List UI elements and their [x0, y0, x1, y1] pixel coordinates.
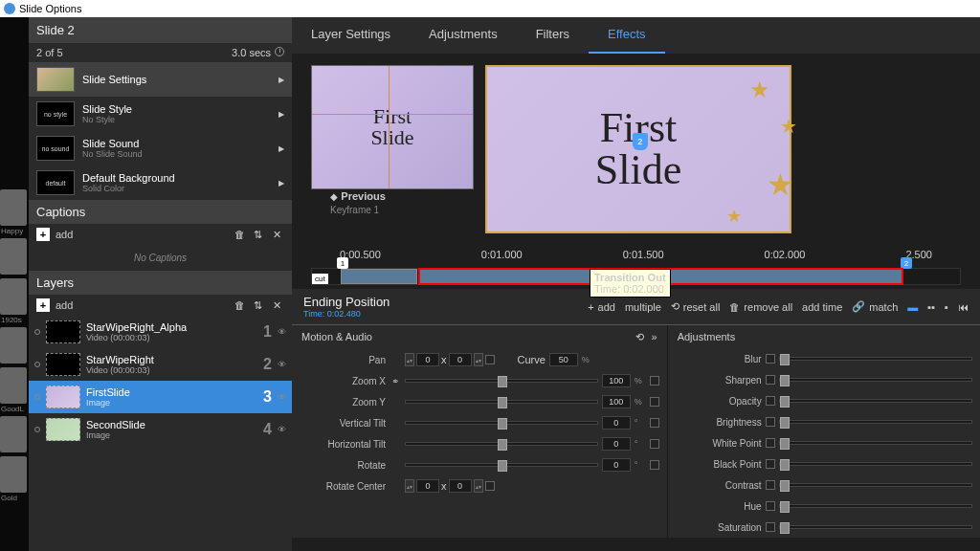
tab-filters[interactable]: Filters [517, 17, 589, 54]
checkbox[interactable] [766, 396, 775, 406]
slider[interactable] [405, 421, 598, 425]
slider[interactable] [405, 400, 598, 404]
slider[interactable] [405, 463, 598, 467]
value-input[interactable]: 100 [602, 374, 631, 387]
preview-current[interactable]: FirstSlide ★ ★ ★ ★ 2 [485, 65, 791, 233]
checkbox[interactable] [650, 418, 659, 428]
trash-icon[interactable]: 🗑 [234, 229, 246, 240]
checkbox[interactable] [650, 460, 659, 470]
visibility-icon[interactable]: 👁 [278, 425, 286, 434]
sort-icon[interactable]: ⇅ [254, 299, 265, 311]
checkbox[interactable] [766, 438, 775, 448]
value-input[interactable]: 0 [602, 416, 631, 430]
adjust-blur: Blur [668, 348, 980, 369]
adjustments-panel: Adjustments BlurSharpenOpacityBrightness… [668, 325, 980, 538]
value-input[interactable]: 0 [602, 437, 631, 451]
toolbar-add-time[interactable]: add time [802, 301, 842, 313]
slider[interactable] [779, 378, 972, 382]
slide-settings-item[interactable]: no styleSlide StyleNo Style▶ [29, 97, 292, 131]
checkbox[interactable] [766, 375, 775, 385]
refresh-icon[interactable]: ⟲ [635, 331, 644, 343]
window-titlebar: Slide Options [0, 0, 980, 17]
slider[interactable] [779, 420, 972, 424]
value-input[interactable]: 0 [602, 458, 631, 472]
visibility-icon[interactable]: 👁 [278, 327, 286, 337]
expand-icon[interactable]: » [652, 331, 657, 343]
control-pan: Pan▴▾x▴▾Curve50% [292, 349, 667, 370]
x-input[interactable] [416, 479, 439, 493]
slider[interactable] [779, 483, 972, 487]
skip-icon[interactable]: ⏮ [958, 301, 969, 313]
ending-time: Time: 0:02.480 [303, 309, 390, 319]
slide-settings-item[interactable]: Slide Settings▶ [29, 62, 292, 97]
add-caption-button[interactable]: + [36, 228, 50, 241]
adjustments-header: Adjustments [678, 331, 736, 342]
toolbar-reset-all[interactable]: ⟲ reset all [671, 300, 721, 313]
slider[interactable] [779, 525, 972, 529]
add-label: add [56, 229, 73, 240]
layer-thumb [46, 386, 80, 408]
timeline-track[interactable]: 1 2 cut Transition Out Time: 0:02.000 [311, 268, 961, 285]
checkbox[interactable] [766, 501, 775, 511]
checkbox[interactable] [650, 397, 659, 407]
slide-settings-item[interactable]: no soundSlide SoundNo Slide Sound▶ [29, 131, 292, 165]
sort-icon[interactable]: ⇅ [254, 229, 265, 240]
x-input[interactable] [416, 353, 439, 366]
tab-adjustments[interactable]: Adjustments [410, 17, 517, 54]
layer-row[interactable]: StarWipeRight_AlphaVideo (00:00:03)1👁 [29, 316, 292, 348]
control-rotate-center: Rotate Center▴▾x▴▾ [292, 475, 667, 496]
trash-icon[interactable]: 🗑 [234, 299, 246, 311]
checkbox[interactable] [650, 439, 659, 449]
slider[interactable] [405, 442, 598, 446]
toolbar-add[interactable]: + add [588, 301, 615, 313]
adjust-white-point: White Point [668, 432, 980, 453]
tab-effects[interactable]: Effects [589, 17, 665, 54]
timeline-segment[interactable] [341, 269, 417, 284]
settings-icon[interactable]: ✕ [273, 229, 284, 240]
motion-panel: Motion & Audio⟲» Pan▴▾x▴▾Curve50%Zoom X⚭… [292, 325, 668, 538]
link-icon[interactable]: ⚭ [390, 376, 401, 386]
adjust-opacity: Opacity [668, 390, 980, 411]
window-title: Slide Options [19, 3, 81, 14]
toolbar-multiple[interactable]: multiple [625, 301, 661, 313]
visibility-icon[interactable]: 👁 [278, 392, 286, 402]
slider[interactable] [779, 441, 972, 445]
tab-layer-settings[interactable]: Layer Settings [292, 17, 410, 54]
preview-previous[interactable]: FirstSlide [311, 65, 474, 189]
checkbox[interactable] [650, 376, 659, 386]
toolbar-remove-all[interactable]: 🗑 remove all [729, 301, 792, 313]
checkbox[interactable] [766, 459, 775, 469]
checkbox[interactable] [766, 480, 775, 490]
checkbox[interactable] [766, 417, 775, 427]
slider[interactable] [779, 357, 972, 361]
settings-icon[interactable]: ✕ [273, 299, 284, 311]
project-thumb[interactable] [0, 327, 27, 364]
layer-row[interactable]: FirstSlideImage3👁 [29, 381, 292, 413]
value-input[interactable]: 100 [602, 395, 631, 408]
slider[interactable] [779, 399, 972, 403]
y-input[interactable] [449, 479, 472, 493]
project-thumb[interactable] [0, 238, 27, 275]
project-thumb[interactable] [0, 367, 27, 404]
toolbar-match[interactable]: 🔗 match [852, 300, 898, 313]
project-thumb[interactable] [0, 278, 27, 315]
keyframe-marker-2[interactable]: 2 [901, 257, 912, 269]
timeline[interactable]: 0:00.5000:01.0000:01.5000:02.0002.500 1 … [292, 245, 980, 289]
project-thumb[interactable] [0, 416, 27, 452]
project-thumb[interactable] [0, 456, 27, 493]
project-thumb[interactable] [0, 189, 27, 226]
keyframe-marker-1[interactable]: 1 [337, 257, 348, 269]
checkbox[interactable] [766, 354, 775, 364]
checkbox[interactable] [766, 522, 775, 532]
slide-title: Slide 2 [29, 17, 292, 43]
scrub-icons[interactable]: ▬ [907, 301, 918, 313]
slider[interactable] [405, 379, 598, 383]
add-layer-button[interactable]: + [36, 298, 50, 312]
layer-row[interactable]: SecondSlideImage4👁 [29, 413, 292, 446]
y-input[interactable] [449, 353, 472, 366]
slider[interactable] [779, 504, 972, 508]
visibility-icon[interactable]: 👁 [278, 360, 286, 369]
slide-settings-item[interactable]: defaultDefault BackgroundSolid Color▶ [29, 165, 292, 200]
slider[interactable] [779, 462, 972, 466]
layer-row[interactable]: StarWipeRightVideo (00:00:03)2👁 [29, 348, 292, 381]
